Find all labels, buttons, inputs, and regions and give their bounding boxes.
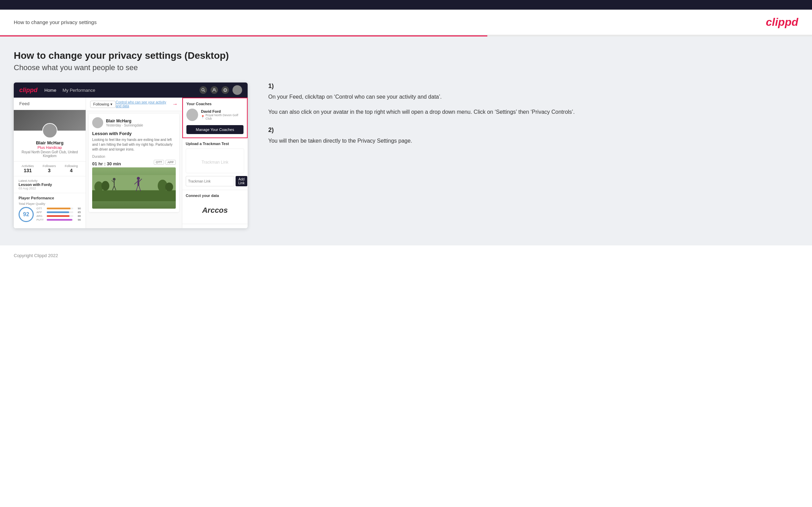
svg-point-0 [202, 89, 204, 91]
coaches-section: Your Coaches David Ford 📍 Royal North De… [182, 98, 248, 138]
coach-club: 📍 Royal North Devon Golf Club [201, 113, 243, 120]
nav-my-performance[interactable]: My Performance [63, 88, 95, 93]
globe-icon[interactable] [221, 86, 229, 94]
instruction-step-1: 1) On your Feed, click/tap on ‘Control w… [268, 82, 791, 116]
app-sidebar: Feed Blair McHarg Plus Handicap Royal No… [14, 98, 86, 228]
quality-score: 92 [19, 207, 34, 222]
post-description: Looking to feel like my hands are exitin… [92, 137, 176, 152]
instruction-step-2: 2) You will then be taken directly to th… [268, 126, 791, 145]
main-title: How to change your privacy settings (Des… [14, 50, 798, 61]
coach-info: David Ford 📍 Royal North Devon Golf Club [201, 109, 243, 120]
location-icon: 📍 [201, 115, 205, 119]
post-duration-label: Duration [92, 155, 176, 158]
step-1-number: 1) [268, 82, 791, 90]
app-logo: clippd [19, 87, 37, 94]
chevron-down-icon: ▾ [110, 102, 112, 107]
connect-section: Connect your data Arccos [182, 190, 248, 224]
top-bar [0, 0, 812, 10]
profile-stats: Activities 131 Followers 3 Following 4 [14, 161, 86, 176]
trackman-link-input[interactable] [186, 176, 234, 186]
svg-point-4 [225, 89, 226, 92]
tag-app: APP [165, 160, 176, 165]
post-tags: OTT APP [154, 160, 176, 165]
search-icon[interactable] [199, 86, 207, 94]
copyright-text: Copyright Clippd 2022 [14, 253, 58, 258]
following-button[interactable]: Following ▾ [90, 101, 116, 108]
stat-activities: Activities 131 [22, 164, 34, 173]
bar-row-ott: OTT 90 [36, 207, 81, 210]
main-subtitle: Choose what you want people to see [14, 63, 798, 72]
trackman-placeholder-text: Trackman Link [189, 154, 241, 167]
trackman-input-row: Add Link [186, 176, 244, 186]
profile-avatar [42, 123, 57, 138]
latest-activity: Latest Activity Lesson with Fordy 03 Aug… [14, 176, 86, 193]
content-wrapper: clippd Home My Performance [14, 82, 798, 228]
svg-point-3 [224, 89, 227, 92]
app-right-panel: Your Coaches David Ford 📍 Royal North De… [182, 98, 248, 228]
step-1-text-a: On your Feed, click/tap on ‘Control who … [268, 92, 791, 101]
post-author-avatar [92, 117, 103, 128]
tag-ott: OTT [154, 160, 164, 165]
coach-avatar [186, 109, 198, 121]
svg-rect-18 [138, 180, 139, 186]
nav-right [199, 85, 242, 95]
post-card: Blair McHarg Yesterday · Sunningdale Les… [89, 114, 179, 212]
page-title: How to change your privacy settings [14, 19, 97, 25]
instructions: 1) On your Feed, click/tap on ‘Control w… [261, 82, 798, 156]
post-author: Blair McHarg Yesterday · Sunningdale [92, 117, 176, 128]
profile-handicap: Plus Handicap [17, 145, 82, 150]
user-avatar[interactable] [232, 85, 242, 95]
svg-point-17 [137, 177, 140, 180]
control-privacy-link[interactable]: Control who can see your activity and da… [116, 100, 171, 108]
footer: Copyright Clippd 2022 [0, 245, 812, 265]
profile-banner [14, 110, 86, 131]
header: How to change your privacy settings clip… [0, 10, 812, 35]
bar-row-putt: PUTT 96 [36, 218, 81, 221]
arccos-brand: Arccos [186, 200, 244, 220]
post-title: Lesson with Fordy [92, 131, 176, 136]
svg-point-12 [113, 178, 116, 181]
svg-line-1 [204, 91, 205, 92]
app-body: Feed Blair McHarg Plus Handicap Royal No… [14, 98, 248, 228]
clippd-logo: clippd [766, 16, 798, 29]
bar-row-arg: ARG 86 [36, 214, 81, 218]
app-feed: Following ▾ Control who can see your act… [86, 98, 182, 228]
stat-following: Following 4 [65, 164, 78, 173]
step-2-text: You will then be taken directly to the P… [268, 136, 791, 145]
bar-row-app: APP 85 [36, 211, 81, 214]
quality-row: 92 OTT 90 APP 85 ARG 86 PUTT 9 [19, 207, 81, 222]
step-1-text-b: You can also click on your avatar in the… [268, 108, 791, 117]
nav-home[interactable]: Home [44, 88, 56, 93]
manage-coaches-button[interactable]: Manage Your Coaches [186, 125, 243, 134]
svg-point-9 [101, 181, 109, 191]
svg-point-11 [165, 183, 173, 191]
step-2-number: 2) [268, 126, 791, 134]
feed-tab[interactable]: Feed [14, 98, 86, 110]
profile-name: Blair McHarg [17, 140, 82, 145]
trackman-section: Upload a Trackman Test Trackman Link Add… [182, 138, 248, 190]
right-arrow-icon: → [172, 101, 178, 107]
app-nav: clippd Home My Performance [14, 82, 248, 98]
main-content: How to change your privacy settings (Des… [0, 36, 812, 245]
quality-bars: OTT 90 APP 85 ARG 86 PUTT 96 [36, 207, 81, 222]
coach-row: David Ford 📍 Royal North Devon Golf Club [186, 109, 243, 121]
stat-followers: Followers 3 [43, 164, 56, 173]
post-image [92, 167, 176, 209]
player-performance: Player Performance Total Player Quality … [14, 193, 86, 225]
add-link-button[interactable]: Add Link [236, 176, 247, 186]
feed-header: Following ▾ Control who can see your act… [86, 98, 182, 111]
person-icon[interactable] [210, 86, 218, 94]
profile-club: Royal North Devon Golf Club, United King… [17, 150, 82, 158]
app-screenshot: clippd Home My Performance [14, 82, 248, 228]
post-time: 01 hr : 30 min [92, 161, 121, 166]
post-author-info: Blair McHarg Yesterday · Sunningdale [106, 119, 143, 127]
